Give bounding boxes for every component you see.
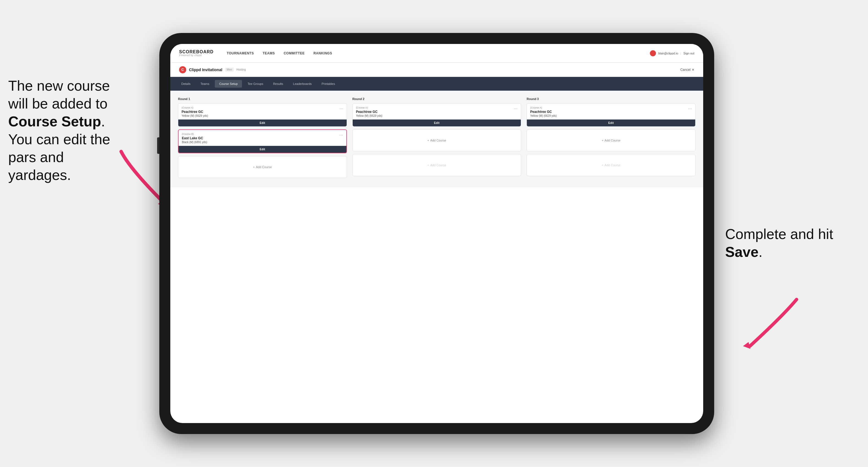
nav-committee[interactable]: COMMITTEE — [284, 51, 305, 55]
cancel-button[interactable]: Cancel ✕ — [680, 68, 694, 72]
round2-course-a-tag: (Course A) — [356, 106, 518, 109]
add-course-r1-label: Add Course — [256, 165, 272, 169]
rounds-grid: Round 1 (Course A) Peachtree GC Yellow (… — [178, 97, 695, 181]
add-course-r2d-icon: + — [427, 163, 429, 167]
logo-scoreboard: SCOREBOARD — [179, 50, 214, 54]
breadcrumb-bar: C Clippd Invitational Men Hosting Cancel… — [170, 63, 703, 77]
content-area: Round 1 (Course A) Peachtree GC Yellow (… — [170, 91, 703, 187]
add-course-r3d-icon: + — [601, 163, 603, 167]
round-2-column: Round 2 (Course A) Peachtree GC Yellow (… — [352, 97, 521, 181]
round1-course-b-card: (Course B) East Lake GC Black (M) (6891 … — [178, 129, 347, 153]
add-course-r2d-label: Add Course — [430, 163, 446, 167]
tab-results[interactable]: Results — [269, 80, 288, 88]
left-annotation: The new course will be added to Course S… — [8, 77, 124, 184]
round1-course-a-details: Yellow (M) (6629 yds) — [182, 114, 343, 117]
round3-course-a-card: (Course A) Peachtree GC Yellow (M) (6629… — [527, 103, 695, 127]
round3-course-a-tag: (Course A) — [530, 106, 692, 109]
right-arrow — [728, 294, 805, 354]
nav-rankings[interactable]: RANKINGS — [313, 51, 332, 55]
round-3-label: Round 3 — [527, 97, 695, 100]
round2-add-course-button[interactable]: + Add Course — [352, 129, 521, 151]
round-2-label: Round 2 — [352, 97, 521, 100]
round1-course-a-card: (Course A) Peachtree GC Yellow (M) (6629… — [178, 103, 347, 127]
round2-add-course-disabled: + Add Course — [352, 154, 521, 176]
round1-add-course-button[interactable]: + Add Course — [178, 156, 347, 178]
round3-course-a-details: Yellow (M) (6629 yds) — [530, 114, 692, 117]
add-course-r2-label: Add Course — [430, 139, 446, 142]
round3-add-course-disabled: + Add Course — [527, 154, 695, 176]
tab-tee-groups[interactable]: Tee Groups — [243, 80, 268, 88]
nav-user-area: blair@clippd.io | Sign out — [650, 50, 694, 56]
round-1-label: Round 1 — [178, 97, 347, 100]
round-3-column: Round 3 (Course A) Peachtree GC Yellow (… — [527, 97, 695, 181]
round1-course-a-tag: (Course A) — [182, 106, 343, 109]
round3-course-a-name: Peachtree GC — [530, 110, 692, 114]
round1-course-b-header: (Course B) East Lake GC Black (M) (6891 … — [179, 130, 346, 146]
round-1-column: Round 1 (Course A) Peachtree GC Yellow (… — [178, 97, 347, 181]
logo-sub: Powered by clippd — [179, 54, 214, 57]
round1-course-b-details: Black (M) (6891 yds) — [182, 141, 343, 144]
clippd-logo: C — [179, 66, 186, 73]
add-course-r1-icon: + — [253, 165, 255, 169]
cancel-icon: ✕ — [692, 68, 694, 72]
round1-course-a-options-icon[interactable]: ⋯ — [339, 106, 344, 111]
round2-course-a-header: (Course A) Peachtree GC Yellow (M) (6629… — [353, 103, 521, 120]
add-course-r3-label: Add Course — [604, 139, 621, 142]
tab-course-setup[interactable]: Course Setup — [215, 80, 242, 88]
add-course-r3-icon: + — [601, 139, 603, 142]
add-course-r3d-label: Add Course — [604, 163, 621, 167]
tablet-button — [157, 137, 159, 154]
round2-course-a-name: Peachtree GC — [356, 110, 518, 114]
breadcrumb-left: C Clippd Invitational Men Hosting — [179, 66, 246, 73]
event-title: Clippd Invitational — [189, 68, 222, 72]
round1-course-b-edit-button[interactable]: Edit — [179, 146, 346, 153]
right-annotation: Complete and hit Save. — [725, 225, 840, 261]
nav-logo: SCOREBOARD Powered by clippd — [179, 50, 214, 57]
hosting-status: Hosting — [237, 68, 246, 71]
svg-marker-1 — [743, 342, 750, 349]
tablet-screen: SCOREBOARD Powered by clippd TOURNAMENTS… — [170, 44, 703, 423]
round1-course-b-name: East Lake GC — [182, 136, 343, 140]
round1-course-a-name: Peachtree GC — [182, 110, 343, 114]
tablet-frame: SCOREBOARD Powered by clippd TOURNAMENTS… — [159, 33, 714, 434]
tab-teams[interactable]: Teams — [196, 80, 214, 88]
round3-add-course-button[interactable]: + Add Course — [527, 129, 695, 151]
round2-course-a-options-icon[interactable]: ⋯ — [513, 106, 518, 111]
tab-bar: Details Teams Course Setup Tee Groups Re… — [170, 77, 703, 91]
add-course-r2-icon: + — [427, 139, 429, 142]
round1-course-b-options-icon[interactable]: ⋯ — [339, 133, 344, 137]
round1-course-a-edit-button[interactable]: Edit — [178, 120, 347, 126]
round2-course-a-edit-button[interactable]: Edit — [353, 120, 521, 126]
round2-course-a-card: (Course A) Peachtree GC Yellow (M) (6629… — [352, 103, 521, 127]
round1-course-a-header: (Course A) Peachtree GC Yellow (M) (6629… — [178, 103, 347, 120]
user-avatar — [650, 50, 656, 56]
sign-out-link[interactable]: Sign out — [683, 52, 694, 55]
round1-course-b-tag: (Course B) — [182, 133, 343, 135]
round3-course-a-header: (Course A) Peachtree GC Yellow (M) (6629… — [527, 103, 695, 120]
nav-links: TOURNAMENTS TEAMS COMMITTEE RANKINGS — [227, 51, 639, 55]
nav-tournaments[interactable]: TOURNAMENTS — [227, 51, 254, 55]
gender-badge: Men — [225, 68, 234, 72]
round3-course-a-options-icon[interactable]: ⋯ — [687, 106, 692, 111]
tab-details[interactable]: Details — [177, 80, 195, 88]
nav-bar: SCOREBOARD Powered by clippd TOURNAMENTS… — [170, 44, 703, 63]
nav-teams[interactable]: TEAMS — [262, 51, 275, 55]
round3-course-a-edit-button[interactable]: Edit — [527, 120, 695, 126]
round2-course-a-details: Yellow (M) (6629 yds) — [356, 114, 518, 117]
user-email: blair@clippd.io — [658, 52, 678, 55]
tab-leaderboards[interactable]: Leaderboards — [289, 80, 316, 88]
tab-printables[interactable]: Printables — [317, 80, 340, 88]
